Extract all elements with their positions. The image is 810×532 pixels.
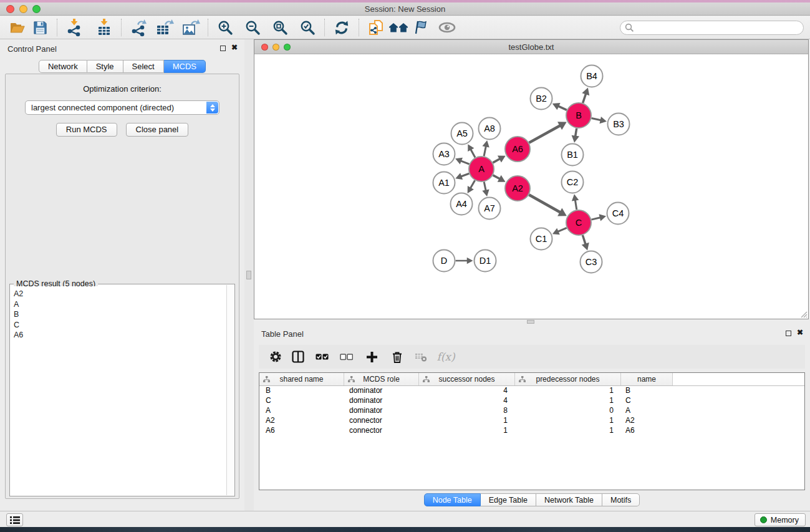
table-cell[interactable]: 1 [515,396,621,406]
add-column-button[interactable] [359,347,385,366]
mcds-result-item[interactable]: A2 [14,289,226,299]
task-history-button[interactable] [6,513,23,526]
deselect-all-button[interactable] [334,347,359,366]
table-cell[interactable]: A [621,406,673,416]
network-window-titlebar[interactable]: testGlobe.txt [254,40,808,54]
graph-edge-B-B3[interactable] [592,118,601,120]
table-cell[interactable]: A6 [259,426,344,436]
resize-grip-icon[interactable] [799,310,808,318]
graph-edge-C-C2[interactable] [575,200,576,210]
table-cell[interactable]: dominator [344,406,419,416]
tab-network[interactable]: Network [39,60,87,73]
graph-edge-A6-B[interactable] [529,125,560,143]
save-session-button[interactable] [29,17,51,37]
graph-edge-A-A7[interactable] [484,182,486,191]
close-panel-button[interactable]: Close panel [126,123,189,137]
table-cell[interactable]: 4 [419,396,515,406]
delete-row-button[interactable] [385,347,410,366]
tab-edge-table[interactable]: Edge Table [481,493,536,506]
table-cell[interactable]: A [259,406,344,416]
select-all-button[interactable] [310,347,334,366]
network-graph[interactable]: B4B2BB3A8A5A6A3B1AA1C2A2A4A7C4CC1DD1C3 [254,55,808,319]
hide-selected-button[interactable] [410,17,432,37]
table-cell[interactable]: 8 [419,406,515,416]
graph-edge-A2-C[interactable] [529,195,560,212]
import-network-button[interactable] [63,17,85,37]
panel-splitter-vertical[interactable] [244,39,254,511]
table-cell[interactable]: C [621,396,673,406]
graph-edge-B-B4[interactable] [583,94,586,103]
table-cell[interactable]: 1 [515,416,621,426]
mcds-result-item[interactable]: A [14,299,226,310]
node-table[interactable]: shared nameMCDS rolesuccessor nodesprede… [259,372,805,490]
splitter-handle-icon[interactable] [246,271,251,279]
tab-motifs[interactable]: Motifs [602,493,640,506]
table-cell[interactable]: 1 [419,416,515,426]
split-columns-button[interactable] [286,347,310,366]
mcds-result-item[interactable]: C [14,320,226,331]
clone-network-button[interactable] [365,17,387,37]
column-header-shared-name[interactable]: shared name [259,373,344,385]
graph-edge-A-A2[interactable] [493,175,500,179]
table-row-A[interactable]: Adominator80A [259,406,804,416]
close-table-panel-icon[interactable]: ✖ [797,328,803,337]
table-cell[interactable]: 1 [515,386,621,396]
export-table-button[interactable] [153,17,176,37]
zoom-fit-button[interactable] [269,17,291,37]
destroy-column-button[interactable] [410,347,432,366]
run-mcds-button[interactable]: Run MCDS [56,123,117,137]
function-builder-button[interactable]: f(x) [432,347,460,366]
table-cell[interactable]: B [621,386,673,396]
search-input[interactable] [620,21,804,35]
mcds-result-item[interactable]: B [14,309,226,320]
result-scrollbar[interactable] [226,285,234,495]
memory-button[interactable]: Memory [755,513,806,526]
float-panel-icon[interactable] [220,46,226,51]
table-row-A2[interactable]: A2connector11A2 [259,416,804,426]
tab-node-table[interactable]: Node Table [424,493,481,506]
open-session-button[interactable] [6,17,29,37]
panel-splitter-horizontal[interactable] [527,320,534,324]
graph-edge-B-B1[interactable] [576,128,577,137]
column-header-MCDS-role[interactable]: MCDS role [344,373,419,385]
main-titlebar[interactable]: Session: New Session [0,2,810,16]
table-cell[interactable]: A2 [259,416,344,426]
zoom-in-button[interactable] [214,17,236,37]
mcds-result-item[interactable]: A6 [14,330,226,341]
graph-edge-C-C4[interactable] [591,218,600,220]
apply-layout-button[interactable] [330,17,353,37]
table-cell[interactable]: C [259,396,344,406]
graph-edge-C-C1[interactable] [558,228,567,231]
show-all-button[interactable] [436,17,458,37]
graph-edge-C-C3[interactable] [582,235,586,244]
table-row-A6[interactable]: A6connector11A6 [259,426,804,436]
tab-mcds[interactable]: MCDS [164,60,206,73]
table-row-C[interactable]: Cdominator41C [259,396,804,406]
table-cell[interactable]: 0 [515,406,621,416]
table-cell[interactable]: 1 [419,426,515,436]
graph-edge-A-A1[interactable] [461,173,469,177]
table-cell[interactable]: dominator [344,396,419,406]
float-table-panel-icon[interactable] [786,331,791,336]
table-cell[interactable]: connector [344,426,419,436]
graph-edge-A-A6[interactable] [493,159,499,163]
graph-edge-A-A8[interactable] [484,146,486,156]
table-settings-button[interactable] [265,347,286,366]
graph-edge-B-B2[interactable] [558,106,567,110]
column-header-predecessor-nodes[interactable]: predecessor nodes [515,373,621,385]
graph-edge-A-A5[interactable] [471,149,475,157]
tab-style[interactable]: Style [87,60,123,73]
export-network-button[interactable] [127,17,150,37]
export-image-button[interactable] [180,17,202,37]
table-cell[interactable]: 1 [515,426,621,436]
table-cell[interactable]: B [259,386,344,396]
tab-network-table[interactable]: Network Table [536,493,602,506]
criterion-dropdown[interactable]: largest connected component (directed) [25,100,219,115]
table-row-B[interactable]: Bdominator41B [259,386,804,396]
table-cell[interactable]: dominator [344,386,419,396]
table-cell[interactable]: 4 [419,386,515,396]
graph-edge-A-A4[interactable] [470,180,475,188]
tab-select[interactable]: Select [123,60,164,73]
table-cell[interactable]: A2 [621,416,673,426]
column-header-successor-nodes[interactable]: successor nodes [419,373,515,385]
